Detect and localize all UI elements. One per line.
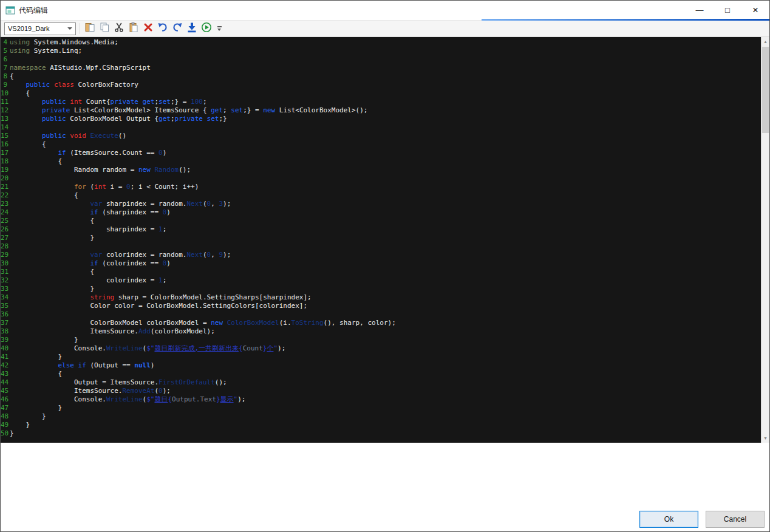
scrollbar-thumb[interactable]	[762, 47, 769, 133]
code-line[interactable]: 10 {	[1, 89, 761, 98]
paste-board-icon	[84, 22, 95, 35]
code-line[interactable]: 19 Random random = new Random();	[1, 166, 761, 174]
line-text: using System.Linq;	[10, 47, 82, 55]
code-line[interactable]: 26 sharpindex = 1;	[1, 225, 761, 234]
code-line[interactable]: 13 public ColorBoxModel Output {get;priv…	[1, 115, 761, 123]
cancel-button[interactable]: Cancel	[706, 511, 765, 528]
minimize-button[interactable]: —	[686, 1, 714, 19]
ok-button[interactable]: Ok	[639, 511, 698, 528]
line-text: public void Execute()	[10, 132, 126, 140]
code-editor[interactable]: 4using System.Windows.Media;5using Syste…	[1, 37, 769, 443]
code-line[interactable]: 31 {	[1, 268, 761, 276]
code-line[interactable]: 46 Console.WriteLine($"题目{Output.Text}显示…	[1, 395, 761, 404]
line-text: namespace AIStudio.Wpf.CSharpScript	[10, 64, 151, 72]
maximize-button[interactable]: □	[714, 1, 741, 19]
scroll-up-arrow[interactable]: ▲	[761, 37, 769, 46]
code-line[interactable]: 18 {	[1, 157, 761, 166]
code-line[interactable]: 50}	[1, 429, 761, 438]
line-number: 24	[1, 208, 10, 217]
paste-board-button[interactable]	[83, 21, 97, 36]
line-number: 9	[1, 81, 10, 89]
code-line[interactable]: 23 var sharpindex = random.Next(0, 3);	[1, 200, 761, 208]
code-line[interactable]: 28	[1, 242, 761, 251]
code-line[interactable]: 40 Console.WriteLine($"题目刷新完成,一共刷新出来{Cou…	[1, 344, 761, 353]
line-number: 50	[1, 429, 10, 438]
code-line[interactable]: 14	[1, 123, 761, 132]
line-number: 20	[1, 174, 10, 183]
code-line[interactable]: 39 }	[1, 336, 761, 344]
code-line[interactable]: 24 if (sharpindex == 0)	[1, 208, 761, 217]
titlebar[interactable]: 代码编辑 — □ ×	[1, 1, 769, 20]
code-line[interactable]: 17 if (ItemsSource.Count == 0)	[1, 149, 761, 157]
titlebar-accent-line	[482, 19, 769, 21]
code-line[interactable]: 16 {	[1, 140, 761, 149]
chevron-down-icon	[217, 29, 221, 31]
code-line[interactable]: 49 }	[1, 421, 761, 429]
code-line[interactable]: 11 public int Count{private get;set;} = …	[1, 98, 761, 106]
code-line[interactable]: 8{	[1, 72, 761, 81]
close-button[interactable]: ×	[741, 1, 769, 19]
line-number: 40	[1, 344, 10, 353]
line-text: {	[10, 370, 62, 378]
code-line[interactable]: 27 }	[1, 234, 761, 242]
code-line[interactable]: 43 {	[1, 370, 761, 378]
code-line[interactable]: 4using System.Windows.Media;	[1, 38, 761, 47]
line-text: using System.Windows.Media;	[10, 38, 118, 47]
paste-button[interactable]	[126, 21, 141, 36]
cut-button[interactable]	[112, 21, 126, 36]
line-number: 34	[1, 293, 10, 302]
line-number: 26	[1, 225, 10, 234]
code-line[interactable]: 38 ItemsSource.Add(colorBoxModel);	[1, 327, 761, 336]
line-number: 19	[1, 166, 10, 174]
code-line[interactable]: 12 private List<ColorBoxModel> ItemsSour…	[1, 106, 761, 115]
run-button[interactable]	[199, 21, 214, 36]
code-line[interactable]: 48 }	[1, 412, 761, 421]
line-text: var sharpindex = random.Next(0, 3);	[10, 200, 231, 208]
code-line[interactable]: 42 else if (Output == null)	[1, 361, 761, 370]
code-line[interactable]: 47 }	[1, 404, 761, 412]
code-line[interactable]: 45 ItemsSource.RemoveAt(0);	[1, 387, 761, 395]
code-line[interactable]: 6	[1, 55, 761, 64]
save-button[interactable]	[185, 21, 199, 36]
toolbar-overflow-button[interactable]	[215, 21, 223, 36]
line-number: 17	[1, 149, 10, 157]
code-line[interactable]: 33 }	[1, 285, 761, 293]
code-line[interactable]: 22 {	[1, 191, 761, 200]
code-line[interactable]: 32 colorindex = 1;	[1, 276, 761, 285]
vertical-scrollbar[interactable]: ▲ ▼	[761, 37, 769, 443]
theme-select[interactable]: VS2019_Dark	[4, 22, 76, 35]
code-line[interactable]: 9 public class ColorBoxFactory	[1, 81, 761, 89]
code-line[interactable]: 21 for (int i = 0; i < Count; i++)	[1, 183, 761, 191]
line-text: {	[10, 89, 30, 98]
undo-button[interactable]	[155, 21, 170, 36]
code-line[interactable]: 34 string sharp = ColorBoxModel.SettingS…	[1, 293, 761, 302]
code-line[interactable]: 20	[1, 174, 761, 183]
app-icon	[5, 5, 15, 15]
redo-button[interactable]	[170, 21, 185, 36]
code-edit-dialog: 代码编辑 — □ × VS2019_Dark	[0, 0, 770, 532]
code-line[interactable]: 41 }	[1, 353, 761, 361]
line-text: Color color = ColorBoxModel.SettingColor…	[10, 302, 307, 310]
code-line[interactable]: 37 ColorBoxModel colorBoxModel = new Col…	[1, 319, 761, 327]
delete-button[interactable]	[141, 21, 155, 36]
code-line[interactable]: 25 {	[1, 217, 761, 225]
code-line[interactable]: 15 public void Execute()	[1, 132, 761, 140]
line-text: }	[10, 421, 30, 429]
code-line[interactable]: 29 var colorindex = random.Next(0, 9);	[1, 251, 761, 259]
code-lines[interactable]: 4using System.Windows.Media;5using Syste…	[1, 38, 761, 443]
line-number: 7	[1, 64, 10, 72]
line-text: ItemsSource.Add(colorBoxModel);	[10, 327, 215, 336]
delete-icon	[143, 22, 154, 35]
code-line[interactable]: 30 if (colorindex == 0)	[1, 259, 761, 268]
scroll-down-arrow[interactable]: ▼	[761, 434, 769, 443]
undo-icon	[157, 22, 168, 35]
chevron-down-icon	[67, 27, 72, 30]
copy-button[interactable]	[97, 21, 112, 36]
code-line[interactable]: 7namespace AIStudio.Wpf.CSharpScript	[1, 64, 761, 72]
code-line[interactable]: 44 Output = ItemsSource.FirstOrDefault()…	[1, 378, 761, 387]
line-text: {	[10, 191, 78, 200]
code-line[interactable]: 35 Color color = ColorBoxModel.SettingCo…	[1, 302, 761, 310]
code-line[interactable]: 5using System.Linq;	[1, 47, 761, 55]
line-text: }	[10, 404, 62, 412]
code-line[interactable]: 36	[1, 310, 761, 319]
